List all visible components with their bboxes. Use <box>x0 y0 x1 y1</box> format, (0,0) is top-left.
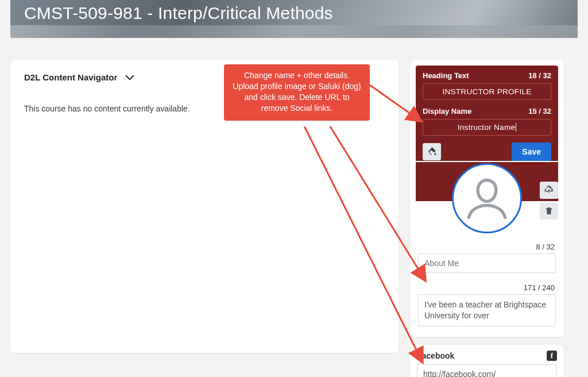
avatar-section <box>416 162 558 237</box>
heading-text-count: 18 / 32 <box>528 71 551 80</box>
facebook-icon: f <box>547 351 557 361</box>
paint-bucket-icon[interactable] <box>423 143 441 160</box>
bio-count: 171 / 240 <box>418 283 555 292</box>
bio-textarea[interactable] <box>418 294 556 326</box>
social-card: Facebook f <box>410 345 564 377</box>
display-name-input[interactable]: Instructor Name <box>423 119 551 136</box>
profile-header-panel: Heading Text 18 / 32 Display Name 15 / 3… <box>416 66 558 161</box>
chevron-down-icon <box>125 74 134 81</box>
person-icon <box>462 173 512 224</box>
upload-icon[interactable] <box>540 182 558 199</box>
instruction-callout: Change name + other details. Upload prof… <box>224 64 370 121</box>
instructor-profile-card: Heading Text 18 / 32 Display Name 15 / 3… <box>410 60 564 337</box>
content-navigator-label: D2L Content Navigator <box>24 72 117 82</box>
trash-icon[interactable] <box>540 202 558 220</box>
facebook-label: Facebook <box>417 351 454 360</box>
course-title: CMST-509-981 - Interp/Critical Methods <box>24 3 564 23</box>
facebook-url-input[interactable] <box>417 364 557 377</box>
heading-text-input[interactable] <box>423 83 551 100</box>
course-banner: CMST-509-981 - Interp/Critical Methods <box>10 0 578 38</box>
sidebar: Heading Text 18 / 32 Display Name 15 / 3… <box>410 60 564 377</box>
save-button[interactable]: Save <box>512 143 551 161</box>
display-name-count: 15 / 32 <box>528 107 551 116</box>
about-me-input[interactable] <box>418 253 556 273</box>
avatar-placeholder[interactable] <box>452 163 522 233</box>
heading-text-label: Heading Text <box>423 71 469 80</box>
about-count: 8 / 32 <box>418 243 555 251</box>
display-name-label: Display Name <box>423 107 471 116</box>
